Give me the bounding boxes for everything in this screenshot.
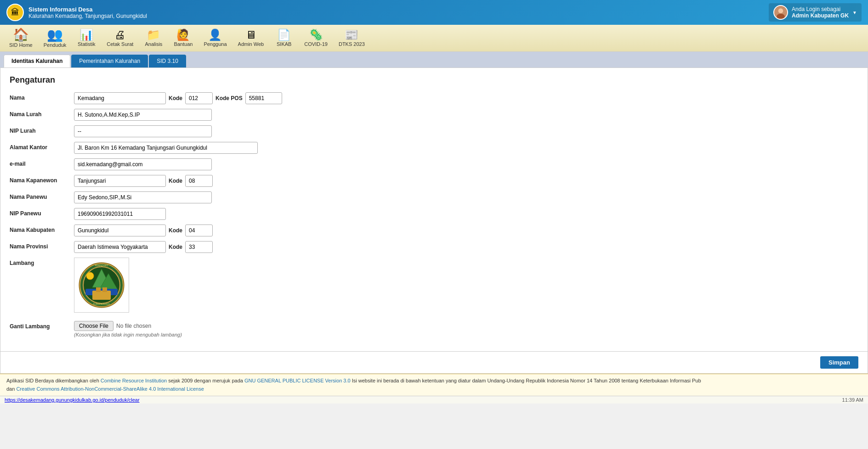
nav-item-covid19[interactable]: 🦠 COVID-19 — [300, 28, 332, 49]
form-row-nama-panewu: Nama Panewu — [10, 191, 858, 203]
main-content: Pengaturan Nama Kode Kode POS Nama Lurah… — [0, 67, 868, 352]
nav-item-penduduk[interactable]: 👥 Penduduk — [39, 27, 71, 50]
nav-item-analisis[interactable]: 📁 Analisis — [140, 28, 167, 49]
nav-item-statistik[interactable]: 📊 Statistik — [73, 28, 100, 49]
svg-point-8 — [86, 272, 94, 280]
input-nama[interactable] — [74, 92, 166, 104]
input-alamat-kantor[interactable] — [74, 142, 258, 154]
tabs: Identitas Kalurahan Pemerintahan Kalurah… — [4, 55, 864, 67]
nav-item-cetak-surat[interactable]: 🖨 Cetak Surat — [102, 28, 138, 49]
fields-email — [74, 158, 212, 170]
label-kode-kabupaten: Kode — [169, 227, 182, 234]
label-nama-kapanewon: Nama Kapanewon — [10, 175, 74, 184]
nav-item-sikab[interactable]: 📄 SIKAB — [270, 28, 298, 49]
svg-point-1 — [778, 8, 783, 13]
form-row-nama-kapanewon: Nama Kapanewon Kode — [10, 175, 858, 187]
chevron-down-icon: ▼ — [852, 10, 857, 15]
svg-rect-9 — [92, 291, 111, 300]
label-email: e-mail — [10, 158, 74, 167]
page-title: Pengaturan — [10, 75, 858, 85]
input-nama-provinsi[interactable] — [74, 241, 166, 253]
input-kode[interactable] — [185, 92, 213, 104]
tab-identitas-kalurahan[interactable]: Identitas Kalurahan — [4, 55, 70, 67]
statistik-icon: 📊 — [79, 29, 93, 40]
nav-item-bantuan[interactable]: 🙋 Bantuan — [169, 28, 197, 49]
header-title-line2: Kalurahan Kemadang, Tanjungsari, Gunungk… — [28, 13, 147, 19]
input-nip-panewu[interactable] — [74, 208, 166, 220]
fields-nama-panewu — [74, 191, 212, 203]
footer: Aplikasi SID Berdaya dikembangkan oleh C… — [0, 374, 868, 396]
nav-label-cetak-surat: Cetak Surat — [107, 41, 133, 47]
input-email[interactable] — [74, 158, 212, 170]
form-row-nip-lurah: NIP Lurah — [10, 125, 858, 137]
ganti-lambang-field: Choose File No file chosen (Kosongkan ji… — [74, 321, 182, 337]
input-nama-kapanewon[interactable] — [74, 175, 166, 187]
form-row-nama-lurah: Nama Lurah — [10, 109, 858, 121]
input-nama-kabupaten[interactable] — [74, 224, 166, 236]
nav-label-sid-home: SID Home — [9, 42, 33, 48]
form-row-ganti-lambang: Ganti Lambang Choose File No file chosen… — [10, 321, 858, 337]
home-icon: 🏠 — [13, 28, 29, 41]
form-row-nama: Nama Kode Kode POS — [10, 92, 858, 104]
footer-link3[interactable]: Creative Commons Attribution-NonCommerci… — [16, 386, 204, 392]
label-kode-provinsi: Kode — [169, 244, 182, 250]
navbar: 🏠 SID Home 👥 Penduduk 📊 Statistik 🖨 Ceta… — [0, 25, 868, 52]
form-row-lambang: Lambang — [10, 258, 858, 316]
input-kode-kabupaten[interactable] — [185, 224, 213, 236]
svg-rect-10 — [96, 287, 101, 292]
sikab-icon: 📄 — [277, 29, 291, 40]
footer-link1[interactable]: Combine Resource Institution — [101, 378, 167, 383]
nav-item-dtks2023[interactable]: 📰 DTKS 2023 — [334, 28, 369, 49]
label-nama-lurah: Nama Lurah — [10, 109, 74, 118]
label-nip-panewu: NIP Panewu — [10, 208, 74, 217]
label-nama-kabupaten: Nama Kabupaten — [10, 224, 74, 233]
nav-label-covid19: COVID-19 — [304, 41, 328, 47]
save-btn-container: Simpan — [0, 352, 868, 374]
emblem-svg: GUNUNGKIDUL KEMADANG — [79, 262, 125, 308]
footer-text1: Aplikasi SID Berdaya dikembangkan oleh — [6, 378, 99, 383]
label-kode-pos: Kode POS — [216, 95, 243, 101]
lambang-image: GUNUNGKIDUL KEMADANG — [74, 258, 129, 313]
save-button[interactable]: Simpan — [820, 356, 858, 369]
choose-file-button[interactable]: Choose File — [74, 321, 113, 331]
nav-item-pengguna[interactable]: 👤 Pengguna — [199, 28, 231, 49]
status-time: 11:39 AM — [842, 397, 863, 403]
tab-pemerintahan-kalurahan[interactable]: Pemerintahan Kalurahan — [71, 55, 148, 67]
form-row-nama-kabupaten: Nama Kabupaten Kode — [10, 224, 858, 236]
nav-label-dtks2023: DTKS 2023 — [339, 41, 365, 47]
svg-rect-11 — [102, 287, 107, 292]
fields-nip-lurah — [74, 125, 212, 137]
file-row: Choose File No file chosen — [74, 321, 182, 331]
input-kode-kapanewon[interactable] — [185, 175, 213, 187]
input-kode-provinsi[interactable] — [185, 241, 213, 253]
nav-item-sid-home[interactable]: 🏠 SID Home — [5, 27, 37, 50]
user-info: Anda Login sebagai Admin Kabupaten GK — [792, 6, 849, 19]
header: 🏛 Sistem Informasi Desa Kalurahan Kemada… — [0, 0, 868, 25]
fields-alamat-kantor — [74, 142, 258, 154]
label-nama: Nama — [10, 92, 74, 101]
user-label: Anda Login sebagai — [792, 6, 849, 12]
footer-link2[interactable]: GNU GENERAL PUBLIC LICENSE Version 3.0 — [244, 378, 351, 383]
nav-item-admin-web[interactable]: 🖥 Admin Web — [233, 28, 269, 49]
label-kode: Kode — [169, 95, 182, 101]
header-user[interactable]: Anda Login sebagai Admin Kabupaten GK ▼ — [769, 3, 862, 22]
analisis-icon: 📁 — [147, 29, 160, 40]
form-row-email: e-mail — [10, 158, 858, 170]
status-url[interactable]: https://desakemadang.gunungkidulkab.go.i… — [5, 397, 140, 403]
app-logo: 🏛 — [6, 4, 24, 21]
footer-text4: dan — [6, 386, 16, 392]
input-nama-panewu[interactable] — [74, 191, 212, 203]
svg-text:KEMADANG: KEMADANG — [95, 264, 108, 267]
label-kode-kapanewon: Kode — [169, 178, 182, 184]
input-nama-lurah[interactable] — [74, 109, 212, 121]
footer-text2: sejak 2009 dengan merujuk pada — [168, 378, 244, 383]
form-row-nama-provinsi: Nama Provinsi Kode — [10, 241, 858, 253]
fields-nama-provinsi: Kode — [74, 241, 213, 253]
penduduk-icon: 👥 — [47, 28, 63, 41]
user-role: Admin Kabupaten GK — [792, 12, 849, 19]
tab-sid-310[interactable]: SID 3.10 — [149, 55, 186, 67]
fields-nama: Kode Kode POS — [74, 92, 282, 104]
input-kode-pos[interactable] — [245, 92, 282, 104]
input-nip-lurah[interactable] — [74, 125, 212, 137]
covid19-icon: 🦠 — [309, 29, 323, 40]
